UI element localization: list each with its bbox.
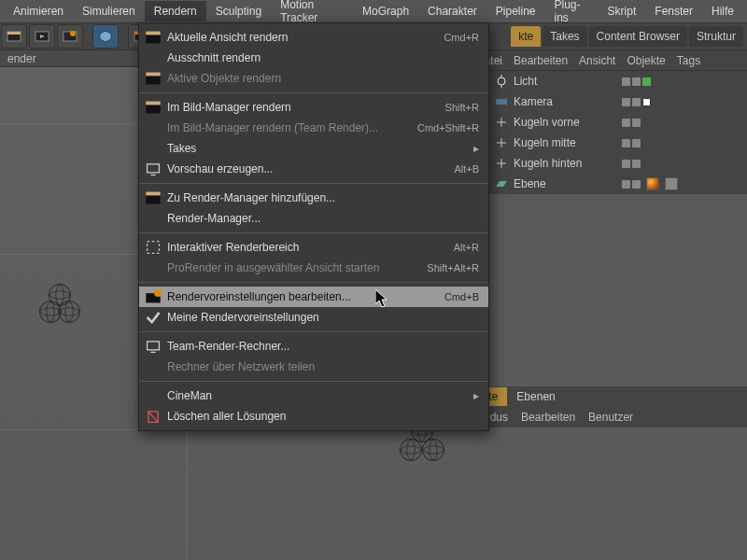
obj-label: Kugeln vorne — [514, 116, 616, 129]
menu-simulieren[interactable]: Simulieren — [73, 1, 145, 21]
menu-sculpting[interactable]: Sculpting — [206, 1, 271, 21]
check-icon — [145, 310, 162, 325]
menu-item[interactable]: Team-Render-Rechner... — [139, 336, 488, 357]
menu-item[interactable]: Meine Rendervoreinstellungen — [139, 307, 488, 328]
tab-content-browser[interactable]: Content Browser — [589, 26, 687, 47]
obj-row-kugeln-mitte[interactable]: Kugeln mitte — [467, 133, 747, 153]
svg-rect-1 — [7, 32, 21, 35]
light-icon — [495, 75, 508, 88]
tab-objekte[interactable]: kte — [511, 26, 541, 47]
menu-skript[interactable]: Skript — [599, 1, 646, 21]
svg-rect-12 — [496, 99, 503, 105]
om-menu-ansicht[interactable]: Ansicht — [579, 54, 615, 67]
obj-row-kugeln-vorne[interactable]: Kugeln vorne — [467, 112, 747, 133]
svg-marker-6 — [100, 31, 111, 42]
obj-row-ebene[interactable]: Ebene — [467, 174, 747, 194]
menu-item-label: Zu Render-Manager hinzufügen... — [167, 191, 479, 204]
region-icon — [145, 240, 162, 255]
menu-item[interactable]: Render-Manager... — [139, 208, 488, 229]
menu-shortcut: Cmd+R — [444, 32, 479, 43]
tool-primitive-icon[interactable] — [92, 24, 119, 49]
tool-render-play-icon[interactable] — [29, 24, 55, 49]
menu-item-label: Im Bild-Manager rendern (Team Render)... — [167, 121, 406, 134]
svg-marker-20 — [496, 181, 507, 187]
menu-shortcut: Alt+R — [454, 242, 479, 253]
blank-icon — [145, 359, 162, 374]
camera-icon — [495, 95, 508, 108]
svg-rect-30 — [146, 192, 160, 196]
material-tag-icon[interactable] — [646, 177, 659, 190]
menu-hilfe[interactable]: Hilfe — [702, 1, 743, 21]
menu-shortcut: Shift+R — [445, 102, 479, 113]
svg-rect-26 — [146, 102, 160, 105]
om-menu-bearbeiten[interactable]: Bearbeiten — [514, 54, 568, 67]
menu-plugins[interactable]: Plug-ins — [545, 0, 599, 28]
blank-icon — [145, 388, 162, 403]
obj-row-kugeln-hinten[interactable]: Kugeln hinten — [467, 153, 747, 174]
gear-icon — [145, 289, 162, 304]
obj-row-licht[interactable]: Licht — [467, 71, 747, 91]
menu-item-label: Vorschau erzeugen... — [167, 162, 443, 175]
menu-item[interactable]: Zu Render-Manager hinzufügen... — [139, 188, 488, 208]
obj-label: Kugeln hinten — [514, 157, 616, 170]
svg-rect-29 — [146, 194, 160, 203]
menu-animieren[interactable]: Animieren — [4, 1, 73, 21]
menu-item-label: Meine Rendervoreinstellungen — [167, 311, 479, 324]
svg-rect-34 — [148, 342, 160, 350]
menu-item-label: Rendervoreinstellungen bearbeiten... — [167, 290, 433, 303]
obj-label: Kugeln mitte — [514, 136, 616, 149]
menu-item: Im Bild-Manager rendern (Team Render)...… — [139, 118, 488, 138]
attr-menu-bearbeiten[interactable]: Bearbeiten — [521, 411, 575, 424]
screen-icon — [145, 161, 162, 176]
clapper-icon — [145, 190, 162, 205]
svg-rect-27 — [148, 164, 160, 173]
svg-marker-38 — [375, 289, 387, 307]
tab-struktur[interactable]: Struktur — [689, 26, 743, 47]
menu-item[interactable]: CineMan▸ — [139, 385, 488, 406]
menu-charakter[interactable]: Charakter — [418, 1, 486, 21]
menu-rendern[interactable]: Rendern — [145, 1, 206, 21]
menu-item-label: Aktive Objekte rendern — [167, 72, 479, 85]
menu-fenster[interactable]: Fenster — [645, 1, 702, 21]
menu-pipeline[interactable]: Pipeline — [486, 1, 545, 21]
menu-item-label: Render-Manager... — [167, 212, 479, 225]
svg-rect-31 — [148, 242, 160, 254]
svg-rect-21 — [146, 34, 160, 43]
menu-item[interactable]: Vorschau erzeugen...Alt+B — [139, 159, 488, 179]
tab-ebenen[interactable]: Ebenen — [507, 387, 564, 406]
tab-takes[interactable]: Takes — [543, 26, 586, 47]
svg-rect-22 — [146, 32, 160, 35]
clapper-icon — [145, 71, 162, 86]
menu-item: Rechner über Netzwerk teilen — [139, 357, 488, 377]
screen-icon — [145, 339, 162, 354]
menu-item-label: Im Bild-Manager rendern — [167, 101, 434, 114]
tool-render-settings-icon[interactable] — [57, 24, 83, 49]
om-menu-tags[interactable]: Tags — [677, 54, 700, 67]
svg-marker-13 — [503, 98, 507, 105]
svg-line-37 — [148, 412, 158, 423]
menu-item[interactable]: Rendervoreinstellungen bearbeiten...Cmd+… — [139, 287, 488, 307]
menu-item[interactable]: Löschen aller Lösungen — [139, 406, 488, 427]
menu-item-label: ProRender in ausgewählter Ansicht starte… — [167, 261, 416, 274]
menu-item[interactable]: Ausschnitt rendern — [139, 48, 488, 68]
main-menubar: Animieren Simulieren Rendern Sculpting M… — [0, 0, 747, 22]
menu-mograph[interactable]: MoGraph — [353, 1, 418, 21]
manager-tabs: kte Takes Content Browser Struktur — [511, 26, 747, 47]
menu-item[interactable]: Aktuelle Ansicht rendernCmd+R — [139, 27, 488, 48]
clapper-icon — [145, 30, 162, 45]
attribute-tabs: bute Ebenen — [467, 386, 747, 407]
object-manager-list: Licht Kamera Kugeln vorne Kugeln mitte K… — [467, 71, 747, 194]
menu-item[interactable]: Interaktiver RenderbereichAlt+R — [139, 237, 488, 258]
menu-item[interactable]: Im Bild-Manager rendernShift+R — [139, 97, 488, 118]
layout-tab-fragment[interactable]: ender — [2, 52, 42, 65]
menu-item[interactable]: Takes▸ — [139, 138, 488, 159]
tool-render-icon[interactable] — [1, 24, 27, 49]
obj-label: Licht — [514, 75, 616, 88]
om-menu-objekte[interactable]: Objekte — [627, 54, 665, 67]
blank-icon — [145, 50, 162, 65]
menu-item: Aktive Objekte rendern — [139, 68, 488, 89]
svg-rect-25 — [146, 104, 160, 113]
obj-row-kamera[interactable]: Kamera — [467, 91, 747, 112]
attr-menu-benutzer[interactable]: Benutzer — [588, 411, 633, 424]
texture-tag-icon[interactable] — [665, 177, 678, 190]
